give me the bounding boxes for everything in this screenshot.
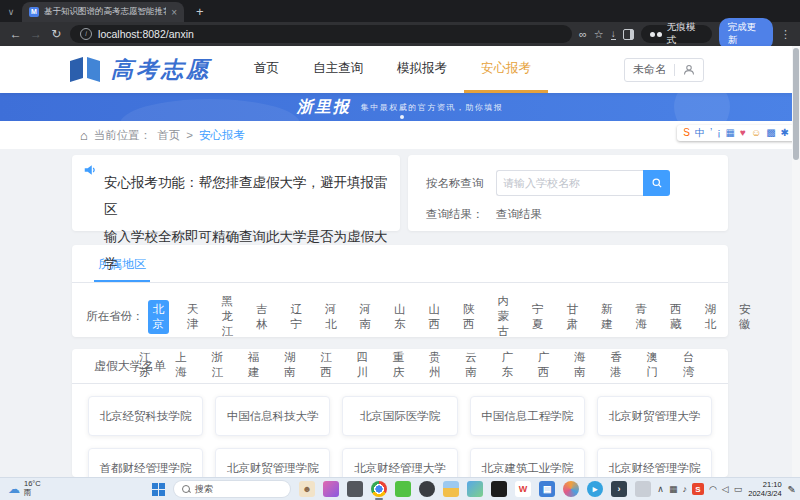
wps-icon[interactable]: W bbox=[515, 481, 531, 497]
chrome-icon[interactable] bbox=[371, 481, 387, 497]
province-chip[interactable]: 黑龙江 bbox=[217, 292, 239, 341]
province-chip[interactable]: 甘肃 bbox=[562, 300, 584, 334]
province-chip[interactable]: 天津 bbox=[182, 300, 204, 334]
bookmark-star-icon[interactable]: ☆ bbox=[594, 28, 604, 41]
tab-close-icon[interactable]: × bbox=[171, 7, 177, 18]
ime-settings-icon[interactable]: ✱ bbox=[781, 126, 789, 140]
ime-skin-icon[interactable]: ♥ bbox=[740, 126, 746, 140]
app-green-icon[interactable] bbox=[395, 481, 411, 497]
ime-punct-icon[interactable]: ’ bbox=[710, 126, 712, 140]
province-chip[interactable]: 山西 bbox=[424, 300, 446, 334]
start-button[interactable] bbox=[152, 483, 165, 496]
province-chip[interactable]: 青海 bbox=[631, 300, 653, 334]
university-card[interactable]: 北京国际医学院 bbox=[342, 396, 457, 436]
ime-toolbox-icon[interactable]: ▩ bbox=[766, 126, 775, 140]
windows-ink-icon[interactable]: ✎ bbox=[788, 484, 796, 495]
wifi-icon[interactable]: ◠ bbox=[709, 484, 717, 494]
ime-emoji-icon[interactable]: ☺ bbox=[751, 126, 761, 140]
university-card[interactable]: 中国信息科技大学 bbox=[215, 396, 330, 436]
taskbar-clock[interactable]: 21:10 2024/3/24 bbox=[748, 480, 781, 498]
reading-list-icon[interactable] bbox=[623, 29, 635, 40]
province-chip[interactable]: 河北 bbox=[320, 300, 342, 334]
nav-item[interactable]: 安心报考 bbox=[464, 46, 548, 93]
province-chip[interactable]: 四川 bbox=[352, 348, 375, 382]
university-card[interactable]: 北京经贸科技学院 bbox=[88, 396, 203, 436]
weather-widget[interactable]: ☁ 16°C 雨 bbox=[8, 480, 41, 497]
province-chip[interactable]: 吉林 bbox=[251, 300, 273, 334]
province-chip[interactable]: 新建 bbox=[596, 300, 618, 334]
university-card[interactable]: 北京财经管理大学 bbox=[342, 448, 457, 477]
browser-tab[interactable]: M 基于知识图谱的高考志愿智能推荐 × bbox=[22, 2, 184, 22]
breadcrumb-home-link[interactable]: 首页 bbox=[157, 128, 180, 143]
tab-search-chevron-icon[interactable]: ∨ bbox=[0, 2, 22, 22]
widgets-avatar-icon[interactable]: ☻ bbox=[299, 481, 315, 497]
telegram-icon[interactable]: ▸ bbox=[587, 481, 603, 497]
site-logo[interactable]: 高考志愿 bbox=[68, 46, 211, 93]
file-explorer-icon[interactable] bbox=[443, 481, 459, 497]
province-chip[interactable]: 安徽 bbox=[734, 300, 756, 334]
school-name-input[interactable] bbox=[496, 170, 643, 196]
province-chip[interactable]: 江西 bbox=[315, 348, 338, 382]
province-chip[interactable]: 贵州 bbox=[424, 348, 447, 382]
university-card[interactable]: 中国信息工程学院 bbox=[470, 396, 585, 436]
ime-keyboard-icon[interactable]: ▦ bbox=[726, 126, 735, 140]
province-chip[interactable]: 浙江 bbox=[207, 348, 230, 382]
province-chip[interactable]: 湖北 bbox=[700, 300, 722, 334]
nav-item[interactable]: 模拟报考 bbox=[380, 46, 464, 93]
back-icon[interactable]: ← bbox=[9, 27, 22, 41]
browser-menu-icon[interactable]: ⋮ bbox=[780, 28, 791, 41]
search-button[interactable] bbox=[643, 170, 670, 196]
site-info-icon[interactable]: i bbox=[80, 28, 92, 40]
scrollbar-track[interactable] bbox=[792, 46, 800, 478]
university-card[interactable]: 北京建筑工业学院 bbox=[470, 448, 585, 477]
address-bar[interactable]: i localhost:8082/anxin bbox=[70, 25, 572, 43]
tray-mute-icon[interactable]: ♪ bbox=[682, 484, 687, 494]
powershell-icon[interactable]: › bbox=[611, 481, 627, 497]
user-box[interactable]: 未命名 bbox=[624, 58, 704, 82]
province-chip[interactable]: 海南 bbox=[569, 348, 592, 382]
new-tab-button[interactable]: + bbox=[196, 2, 204, 22]
province-chip[interactable]: 陕西 bbox=[458, 300, 480, 334]
university-card[interactable]: 首都财经管理学院 bbox=[88, 448, 203, 477]
app-blue-table-icon[interactable]: ▤ bbox=[539, 481, 555, 497]
province-chip[interactable]: 广西 bbox=[533, 348, 556, 382]
reload-icon[interactable]: ↻ bbox=[50, 27, 63, 41]
app-dark-round-icon[interactable] bbox=[419, 481, 435, 497]
province-chip[interactable]: 台湾 bbox=[678, 348, 701, 382]
battery-icon[interactable]: ▭ bbox=[734, 484, 743, 494]
app-dark-square-icon[interactable] bbox=[347, 481, 363, 497]
province-chip[interactable]: 云南 bbox=[460, 348, 483, 382]
forward-icon[interactable]: → bbox=[29, 27, 42, 41]
volume-icon[interactable]: ◁ bbox=[722, 484, 729, 494]
province-chip[interactable]: 内蒙古 bbox=[493, 292, 515, 341]
province-chip[interactable]: 福建 bbox=[243, 348, 266, 382]
province-chip[interactable]: 重庆 bbox=[388, 348, 411, 382]
province-chip[interactable]: 上海 bbox=[170, 348, 193, 382]
taskbar-search[interactable]: 搜索 bbox=[174, 481, 290, 497]
ime-mic-icon[interactable]: ¡ bbox=[717, 126, 720, 140]
hidden-icons-chevron[interactable]: ∧ bbox=[657, 484, 664, 494]
university-card[interactable]: 北京财经管理学院 bbox=[597, 448, 712, 477]
terminal-icon[interactable] bbox=[491, 481, 507, 497]
app-round-colorful-icon[interactable] bbox=[563, 481, 579, 497]
province-chip[interactable]: 宁夏 bbox=[527, 300, 549, 334]
photos-icon[interactable] bbox=[467, 481, 483, 497]
province-chip[interactable]: 香港 bbox=[605, 348, 628, 382]
province-chip[interactable]: 河南 bbox=[355, 300, 377, 334]
province-chip[interactable]: 山东 bbox=[389, 300, 411, 334]
province-chip[interactable]: 北京 bbox=[148, 300, 170, 334]
province-chip[interactable]: 辽宁 bbox=[286, 300, 308, 334]
promo-banner[interactable]: 浙里报 集中最权威的官方资讯，助你填报 bbox=[0, 93, 800, 121]
app-gray-icon[interactable] bbox=[635, 481, 651, 497]
university-card[interactable]: 北京财贸管理大学 bbox=[597, 396, 712, 436]
sogou-tray-icon[interactable]: S bbox=[692, 483, 704, 495]
province-chip[interactable]: 广东 bbox=[497, 348, 520, 382]
nav-item[interactable]: 首页 bbox=[237, 46, 296, 93]
app-pink-icon[interactable] bbox=[323, 481, 339, 497]
link-icon[interactable]: ∞ bbox=[579, 28, 587, 40]
scrollbar-thumb[interactable] bbox=[793, 48, 799, 160]
nav-item[interactable]: 自主查询 bbox=[296, 46, 380, 93]
province-chip[interactable]: 澳门 bbox=[642, 348, 665, 382]
university-card[interactable]: 北京财贸管理学院 bbox=[215, 448, 330, 477]
ime-lang-icon[interactable]: 中 bbox=[695, 126, 705, 140]
